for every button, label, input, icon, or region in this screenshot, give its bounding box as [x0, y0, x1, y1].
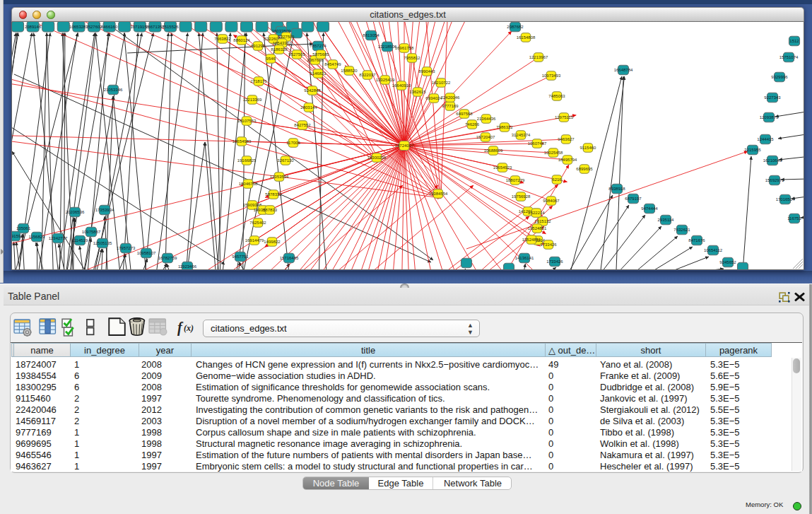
- svg-text:12975115: 12975115: [555, 115, 574, 119]
- svg-text:2089146: 2089146: [25, 25, 42, 29]
- svg-text:2718176: 2718176: [250, 79, 267, 83]
- svg-text:9463627: 9463627: [558, 137, 575, 141]
- svg-text:13524851: 13524851: [522, 238, 541, 242]
- svg-text:16107553: 16107553: [237, 119, 257, 123]
- svg-text:8427552: 8427552: [294, 123, 311, 127]
- svg-text:9084067: 9084067: [543, 199, 560, 203]
- svg-text:7955812: 7955812: [404, 56, 420, 60]
- svg-text:9242848: 9242848: [304, 88, 321, 93]
- svg-text:18654983: 18654983: [233, 139, 252, 144]
- svg-text:10654112: 10654112: [704, 248, 723, 252]
- svg-text:9777169: 9777169: [442, 104, 459, 108]
- svg-text:12213369: 12213369: [243, 98, 262, 102]
- svg-text:5875685: 5875685: [312, 52, 329, 57]
- svg-text:1733426: 1733426: [546, 259, 563, 264]
- svg-text:7663822: 7663822: [214, 37, 231, 41]
- svg-text:116753: 116753: [787, 216, 801, 221]
- svg-text:19654923: 19654923: [493, 165, 512, 170]
- svg-text:9329996: 9329996: [771, 75, 788, 79]
- svg-text:18300295: 18300295: [367, 156, 387, 160]
- svg-text:17957273: 17957273: [117, 246, 136, 250]
- svg-text:1362615: 1362615: [409, 90, 426, 94]
- svg-text:19384554: 19384554: [429, 192, 448, 196]
- svg-text:10688609: 10688609: [484, 148, 503, 153]
- svg-text:8990443: 8990443: [418, 69, 435, 74]
- svg-text:15692971: 15692971: [765, 178, 784, 182]
- svg-text:8938918: 8938918: [608, 187, 625, 191]
- svg-text:1244415: 1244415: [757, 137, 774, 141]
- svg-text:8322037: 8322037: [359, 73, 376, 77]
- svg-text:1733426: 1733426: [540, 243, 557, 247]
- svg-text:7986322: 7986322: [496, 125, 513, 129]
- svg-text:1114519: 1114519: [72, 238, 88, 243]
- svg-text:8454749: 8454749: [324, 62, 341, 66]
- svg-text:587833: 587833: [263, 208, 278, 212]
- svg-text:16648784: 16648784: [614, 68, 633, 72]
- svg-text:8471676: 8471676: [688, 238, 705, 243]
- svg-text:22420046: 22420046: [441, 95, 460, 100]
- svg-text:(x): (x): [184, 323, 194, 333]
- svg-text:16154808: 16154808: [517, 35, 536, 40]
- svg-text:9527505: 9527505: [288, 52, 305, 57]
- svg-text:9327509: 9327509: [278, 35, 295, 39]
- svg-text:5878332: 5878332: [265, 192, 282, 197]
- svg-text:8860124: 8860124: [233, 38, 250, 42]
- svg-text:7515526: 7515526: [162, 25, 179, 29]
- svg-text:1499822: 1499822: [264, 240, 281, 244]
- svg-text:16782759: 16782759: [158, 256, 177, 260]
- svg-text:9227343: 9227343: [764, 95, 781, 100]
- svg-text:16640910: 16640910: [392, 83, 411, 88]
- svg-text:31245374: 31245374: [512, 133, 531, 137]
- svg-text:18495794: 18495794: [558, 158, 577, 162]
- svg-text:7485063: 7485063: [548, 94, 565, 98]
- svg-text:1527602: 1527602: [86, 25, 102, 29]
- svg-text:16543362: 16543362: [273, 41, 292, 45]
- svg-text:9146821: 9146821: [310, 71, 326, 76]
- svg-text:117006: 117006: [286, 141, 300, 145]
- svg-text:20206536: 20206536: [66, 210, 85, 214]
- svg-text:10607487: 10607487: [528, 141, 547, 146]
- svg-text:746266: 746266: [465, 122, 480, 127]
- svg-text:12213967: 12213967: [529, 55, 548, 59]
- svg-text:13325419: 13325419: [376, 78, 395, 82]
- svg-text:12093873: 12093873: [760, 115, 779, 119]
- svg-text:8813054: 8813054: [363, 33, 379, 37]
- svg-text:16914479: 16914479: [245, 238, 264, 243]
- svg-text:f: f: [177, 320, 184, 336]
- svg-text:7632621: 7632621: [673, 228, 690, 232]
- svg-text:9474444: 9474444: [641, 206, 658, 211]
- svg-text:6216: 6216: [552, 177, 562, 182]
- svg-text:11923466: 11923466: [178, 264, 197, 269]
- svg-text:7857274: 7857274: [310, 44, 326, 48]
- svg-text:19524851: 19524851: [528, 226, 547, 230]
- svg-text:18046768: 18046768: [239, 182, 258, 186]
- svg-text:15751074: 15751074: [779, 55, 799, 59]
- svg-text:17353934: 17353934: [95, 208, 114, 212]
- svg-text:7625402: 7625402: [249, 221, 266, 225]
- svg-text:891295: 891295: [251, 44, 266, 48]
- svg-text:2087682: 2087682: [507, 25, 524, 29]
- svg-text:2935114: 2935114: [658, 218, 675, 222]
- svg-text:2803144: 2803144: [300, 105, 317, 110]
- svg-text:15720407: 15720407: [476, 135, 495, 139]
- svg-text:1512: 1512: [789, 39, 799, 43]
- svg-text:10975867: 10975867: [82, 230, 101, 234]
- svg-text:18807279: 18807279: [506, 178, 525, 182]
- svg-text:135061: 135061: [16, 226, 31, 230]
- svg-text:17016504: 17016504: [776, 197, 795, 201]
- svg-text:9115460: 9115460: [580, 146, 597, 150]
- svg-text:16961758: 16961758: [395, 46, 414, 50]
- svg-text:10973493: 10973493: [542, 74, 561, 78]
- svg-text:2522214: 2522214: [528, 211, 545, 215]
- svg-text:6466160: 6466160: [101, 25, 118, 29]
- svg-text:9245652: 9245652: [719, 260, 736, 264]
- svg-text:21364436: 21364436: [477, 117, 496, 121]
- svg-text:10025458: 10025458: [544, 151, 563, 155]
- svg-text:9546: 9546: [266, 57, 276, 61]
- svg-text:12353594: 12353594: [270, 175, 289, 179]
- svg-text:15716485: 15716485: [280, 256, 299, 260]
- svg-text:8186328: 8186328: [271, 47, 288, 52]
- svg-text:19166825: 19166825: [237, 158, 257, 163]
- svg-text:19756928: 19756928: [512, 194, 531, 199]
- svg-text:6497568: 6497568: [456, 112, 473, 116]
